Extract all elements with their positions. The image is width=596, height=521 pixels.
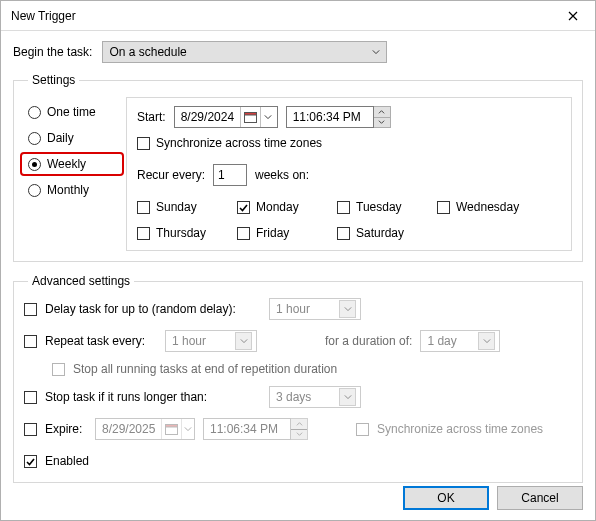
recur-value-input[interactable]: 1 [213, 164, 247, 186]
delay-label: Delay task for up to (random delay): [45, 302, 261, 316]
expire-time-picker[interactable]: 11:06:34 PM [203, 418, 291, 440]
day-monday-checkbox[interactable] [237, 201, 250, 214]
radio-label: One time [47, 105, 96, 119]
chevron-down-icon [240, 337, 248, 345]
day-label: Friday [256, 226, 289, 240]
cancel-button[interactable]: Cancel [497, 486, 583, 510]
days-grid: Sunday Monday Tuesday Wednesday Thursday… [137, 200, 561, 240]
chevron-down-icon [372, 48, 380, 56]
chevron-down-icon [296, 432, 303, 436]
delay-value: 1 hour [276, 302, 310, 316]
start-label: Start: [137, 110, 166, 124]
recur-prefix-label: Recur every: [137, 168, 205, 182]
expire-label: Expire: [45, 422, 87, 436]
expire-sync-label: Synchronize across time zones [377, 422, 543, 436]
sync-timezones-label: Synchronize across time zones [156, 136, 322, 150]
schedule-panel: Start: 8/29/2024 [126, 97, 572, 251]
radio-monthly[interactable]: Monthly [28, 183, 116, 197]
delay-combo[interactable]: 1 hour [269, 298, 361, 320]
cancel-label: Cancel [521, 491, 558, 505]
day-label: Saturday [356, 226, 404, 240]
expire-date-value: 8/29/2025 [96, 422, 161, 436]
frequency-list: One time Daily Weekly Monthly [24, 97, 116, 251]
day-wednesday-checkbox[interactable] [437, 201, 450, 214]
begin-task-row: Begin the task: On a schedule [13, 41, 583, 63]
expire-checkbox[interactable] [24, 423, 37, 436]
start-time-spinner[interactable] [374, 106, 391, 128]
day-label: Thursday [156, 226, 206, 240]
calendar-icon [244, 111, 257, 123]
close-button[interactable] [550, 1, 595, 31]
day-thursday-checkbox[interactable] [137, 227, 150, 240]
radio-one-time[interactable]: One time [28, 105, 116, 119]
start-date-value: 8/29/2024 [175, 110, 240, 124]
advanced-group: Advanced settings Delay task for up to (… [13, 274, 583, 483]
stop-end-checkbox [52, 363, 65, 376]
start-time-value: 11:06:34 PM [287, 110, 367, 124]
begin-task-value: On a schedule [109, 45, 186, 59]
duration-combo[interactable]: 1 day [420, 330, 500, 352]
day-saturday-checkbox[interactable] [337, 227, 350, 240]
repeat-value: 1 hour [172, 334, 206, 348]
expire-sync-checkbox [356, 423, 369, 436]
stop-if-combo[interactable]: 3 days [269, 386, 361, 408]
title-bar: New Trigger [1, 1, 595, 31]
ok-button[interactable]: OK [403, 486, 489, 510]
expire-date-picker[interactable]: 8/29/2025 [95, 418, 195, 440]
expire-time-spinner[interactable] [291, 418, 308, 440]
stop-if-label: Stop task if it runs longer than: [45, 390, 261, 404]
enabled-checkbox[interactable] [24, 455, 37, 468]
radio-label: Monthly [47, 183, 89, 197]
day-label: Tuesday [356, 200, 402, 214]
start-time-picker[interactable]: 11:06:34 PM [286, 106, 374, 128]
enabled-label: Enabled [45, 454, 89, 468]
sync-timezones-checkbox[interactable] [137, 137, 150, 150]
begin-task-select[interactable]: On a schedule [102, 41, 387, 63]
advanced-legend: Advanced settings [28, 274, 134, 288]
expire-time-value: 11:06:34 PM [204, 422, 284, 436]
dialog-footer: OK Cancel [403, 486, 583, 510]
radio-label: Daily [47, 131, 74, 145]
stop-if-checkbox[interactable] [24, 391, 37, 404]
day-label: Monday [256, 200, 299, 214]
repeat-combo[interactable]: 1 hour [165, 330, 257, 352]
day-tuesday-checkbox[interactable] [337, 201, 350, 214]
chevron-up-icon [378, 110, 385, 114]
stop-if-value: 3 days [276, 390, 311, 404]
radio-icon [28, 158, 41, 171]
repeat-checkbox[interactable] [24, 335, 37, 348]
svg-rect-1 [245, 113, 257, 116]
chevron-down-icon [344, 305, 352, 313]
day-label: Sunday [156, 200, 197, 214]
recur-value: 1 [218, 168, 225, 182]
close-icon [568, 11, 578, 21]
ok-label: OK [437, 491, 454, 505]
stop-end-label: Stop all running tasks at end of repetit… [73, 362, 337, 376]
radio-daily[interactable]: Daily [28, 131, 116, 145]
chevron-down-icon [378, 120, 385, 124]
chevron-down-icon [184, 425, 192, 433]
svg-rect-3 [165, 425, 177, 428]
delay-checkbox[interactable] [24, 303, 37, 316]
start-date-picker[interactable]: 8/29/2024 [174, 106, 278, 128]
duration-value: 1 day [427, 334, 456, 348]
radio-icon [28, 184, 41, 197]
day-label: Wednesday [456, 200, 519, 214]
radio-weekly[interactable]: Weekly [20, 152, 124, 176]
window-title: New Trigger [11, 9, 76, 23]
settings-group: Settings One time Daily Weekly Mon [13, 73, 583, 262]
chevron-down-icon [344, 393, 352, 401]
radio-label: Weekly [47, 157, 86, 171]
settings-legend: Settings [28, 73, 79, 87]
begin-task-label: Begin the task: [13, 45, 92, 59]
chevron-down-icon [264, 113, 272, 121]
day-friday-checkbox[interactable] [237, 227, 250, 240]
repeat-label: Repeat task every: [45, 334, 157, 348]
recur-suffix-label: weeks on: [255, 168, 309, 182]
chevron-down-icon [483, 337, 491, 345]
radio-icon [28, 132, 41, 145]
day-sunday-checkbox[interactable] [137, 201, 150, 214]
radio-icon [28, 106, 41, 119]
chevron-up-icon [296, 422, 303, 426]
duration-label: for a duration of: [325, 334, 412, 348]
